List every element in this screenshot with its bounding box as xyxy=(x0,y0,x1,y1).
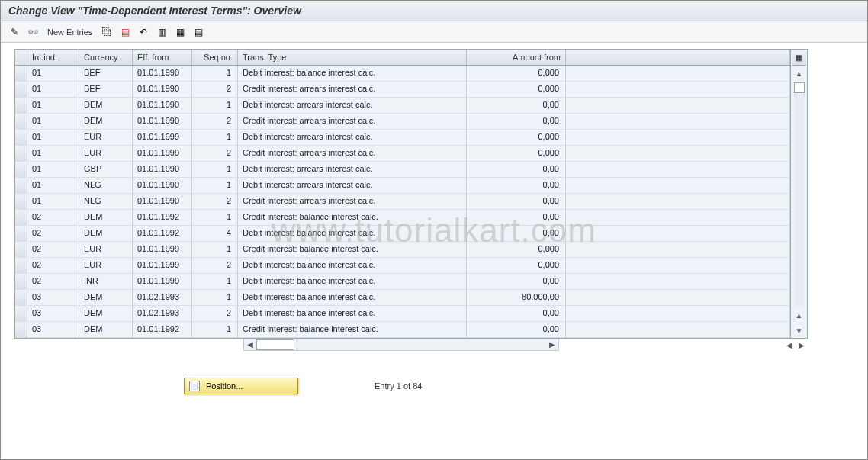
cell-eff-from[interactable]: 01.02.1993 xyxy=(133,306,192,321)
cell-seq-no[interactable]: 1 xyxy=(192,162,238,177)
hscroll-left-icon[interactable]: ◀ xyxy=(244,339,256,350)
cell-trans-type[interactable]: Debit interest: balance interest calc. xyxy=(238,306,467,321)
cell-eff-from[interactable]: 01.01.1990 xyxy=(133,194,192,209)
row-selector[interactable] xyxy=(15,162,27,177)
cell-int-ind[interactable]: 01 xyxy=(27,98,79,113)
cell-currency[interactable]: DEM xyxy=(79,306,133,321)
cell-amount-from[interactable]: 0,000 xyxy=(467,82,566,97)
cell-seq-no[interactable]: 1 xyxy=(192,210,238,225)
table-row[interactable]: 01DEM01.01.19901Debit interest: arrears … xyxy=(15,98,790,114)
row-selector[interactable] xyxy=(15,226,27,241)
cell-seq-no[interactable]: 1 xyxy=(192,178,238,193)
cell-amount-from[interactable]: 0,00 xyxy=(467,98,566,113)
cell-amount-from[interactable]: 0,00 xyxy=(467,226,566,241)
cell-currency[interactable]: DEM xyxy=(79,290,133,305)
scroll-up2-icon[interactable]: ▲ xyxy=(793,309,805,321)
cell-int-ind[interactable]: 02 xyxy=(27,210,79,225)
table-row[interactable]: 02EUR01.01.19992Debit interest: balance … xyxy=(15,258,790,274)
table-config-icon[interactable]: ▦ xyxy=(792,50,806,66)
cell-eff-from[interactable]: 01.01.1999 xyxy=(133,242,192,257)
scroll-track[interactable] xyxy=(794,82,805,306)
cell-currency[interactable]: INR xyxy=(79,274,133,289)
table-row[interactable]: 01EUR01.01.19991Debit interest: arrears … xyxy=(15,130,790,146)
glasses-icon[interactable]: 👓 xyxy=(25,24,40,40)
table-row[interactable]: 01BEF01.01.19901Debit interest: balance … xyxy=(15,66,790,82)
cell-int-ind[interactable]: 01 xyxy=(27,82,79,97)
cell-amount-from[interactable]: 0,00 xyxy=(467,178,566,193)
cell-trans-type[interactable]: Debit interest: balance interest calc. xyxy=(238,226,467,241)
table-row[interactable]: 03DEM01.02.19931Debit interest: balance … xyxy=(15,290,790,306)
hscroll-track[interactable] xyxy=(256,339,546,350)
cell-eff-from[interactable]: 01.01.1999 xyxy=(133,258,192,273)
cell-seq-no[interactable]: 2 xyxy=(192,82,238,97)
cell-seq-no[interactable]: 4 xyxy=(192,226,238,241)
table-row[interactable]: 01EUR01.01.19992Credit interest: arrears… xyxy=(15,146,790,162)
cell-seq-no[interactable]: 2 xyxy=(192,258,238,273)
cell-eff-from[interactable]: 01.01.1992 xyxy=(133,226,192,241)
row-selector[interactable] xyxy=(15,130,27,145)
cell-seq-no[interactable]: 1 xyxy=(192,98,238,113)
row-selector[interactable] xyxy=(15,178,27,193)
cell-amount-from[interactable]: 0,00 xyxy=(467,114,566,129)
cell-trans-type[interactable]: Credit interest: balance interest calc. xyxy=(238,210,467,225)
cell-currency[interactable]: BEF xyxy=(79,66,133,81)
cell-seq-no[interactable]: 1 xyxy=(192,242,238,257)
cell-trans-type[interactable]: Debit interest: arrears interest calc. xyxy=(238,162,467,177)
cell-trans-type[interactable]: Debit interest: balance interest calc. xyxy=(238,290,467,305)
cell-currency[interactable]: EUR xyxy=(79,146,133,161)
cell-seq-no[interactable]: 2 xyxy=(192,146,238,161)
cell-amount-from[interactable]: 80.000,00 xyxy=(467,290,566,305)
scroll-thumb[interactable] xyxy=(794,82,805,93)
cell-trans-type[interactable]: Debit interest: arrears interest calc. xyxy=(238,130,467,145)
cell-eff-from[interactable]: 01.01.1990 xyxy=(133,66,192,81)
toggle-display-icon[interactable]: ✎ xyxy=(7,24,22,40)
table-row[interactable]: 03DEM01.01.19921Credit interest: balance… xyxy=(15,322,790,338)
table-row[interactable]: 03DEM01.02.19932Debit interest: balance … xyxy=(15,306,790,322)
cell-int-ind[interactable]: 01 xyxy=(27,66,79,81)
cell-trans-type[interactable]: Debit interest: balance interest calc. xyxy=(238,258,467,273)
cell-seq-no[interactable]: 1 xyxy=(192,66,238,81)
cell-currency[interactable]: EUR xyxy=(79,242,133,257)
cell-trans-type[interactable]: Debit interest: arrears interest calc. xyxy=(238,178,467,193)
cell-eff-from[interactable]: 01.01.1992 xyxy=(133,322,192,337)
position-button[interactable]: 📑 Position... xyxy=(184,378,298,394)
cell-amount-from[interactable]: 0,00 xyxy=(467,194,566,209)
cell-int-ind[interactable]: 03 xyxy=(27,290,79,305)
cell-seq-no[interactable]: 1 xyxy=(192,274,238,289)
col-seq-no[interactable]: Seq.no. xyxy=(192,50,238,65)
cell-int-ind[interactable]: 01 xyxy=(27,130,79,145)
cell-int-ind[interactable]: 03 xyxy=(27,322,79,337)
vertical-scrollbar[interactable]: ▦ ▲ ▲ ▼ xyxy=(791,49,808,339)
cell-currency[interactable]: NLG xyxy=(79,194,133,209)
cell-currency[interactable]: DEM xyxy=(79,210,133,225)
cell-amount-from[interactable]: 0,000 xyxy=(467,258,566,273)
cell-int-ind[interactable]: 02 xyxy=(27,242,79,257)
cell-int-ind[interactable]: 01 xyxy=(27,162,79,177)
row-selector[interactable] xyxy=(15,306,27,321)
table-row[interactable]: 01NLG01.01.19902Credit interest: arrears… xyxy=(15,194,790,210)
cell-seq-no[interactable]: 2 xyxy=(192,306,238,321)
row-selector[interactable] xyxy=(15,194,27,209)
cell-int-ind[interactable]: 02 xyxy=(27,274,79,289)
cell-currency[interactable]: GBP xyxy=(79,162,133,177)
cell-currency[interactable]: DEM xyxy=(79,114,133,129)
cell-trans-type[interactable]: Credit interest: arrears interest calc. xyxy=(238,114,467,129)
cell-currency[interactable]: DEM xyxy=(79,322,133,337)
row-selector[interactable] xyxy=(15,146,27,161)
col-int-ind[interactable]: Int.ind. xyxy=(27,50,79,65)
cell-trans-type[interactable]: Debit interest: balance interest calc. xyxy=(238,274,467,289)
cell-amount-from[interactable]: 0,000 xyxy=(467,130,566,145)
table-row[interactable]: 01DEM01.01.19902Credit interest: arrears… xyxy=(15,114,790,130)
row-selector[interactable] xyxy=(15,210,27,225)
cell-int-ind[interactable]: 01 xyxy=(27,114,79,129)
cell-eff-from[interactable]: 01.01.1999 xyxy=(133,274,192,289)
cell-int-ind[interactable]: 02 xyxy=(27,226,79,241)
cell-trans-type[interactable]: Credit interest: balance interest calc. xyxy=(238,322,467,337)
select-all-icon[interactable]: ▥ xyxy=(154,24,169,40)
hscroll-thumb[interactable] xyxy=(256,339,294,350)
cell-currency[interactable]: DEM xyxy=(79,98,133,113)
cell-eff-from[interactable]: 01.02.1993 xyxy=(133,290,192,305)
cell-int-ind[interactable]: 03 xyxy=(27,306,79,321)
row-selector[interactable] xyxy=(15,98,27,113)
new-entries-button[interactable]: New Entries xyxy=(43,27,96,37)
